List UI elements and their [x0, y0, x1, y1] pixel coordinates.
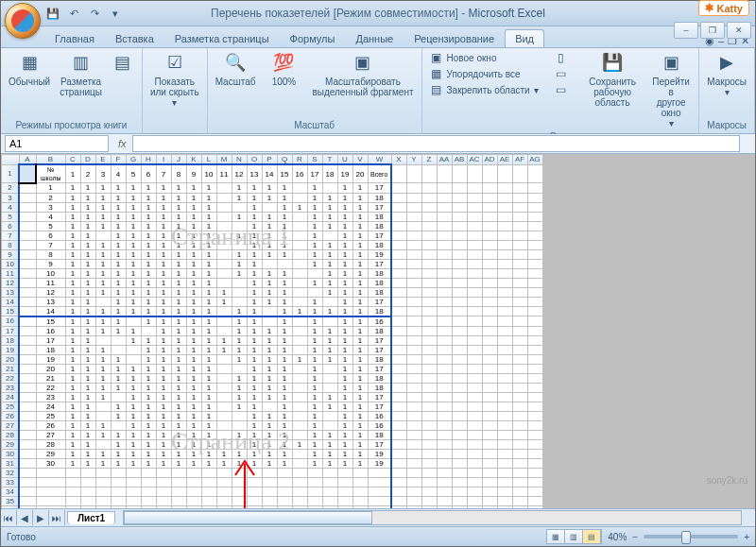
row-header[interactable]: 36: [2, 505, 20, 508]
row-header[interactable]: 12: [2, 278, 20, 287]
row-header[interactable]: 6: [2, 221, 20, 231]
undo-icon[interactable]: ↶: [65, 5, 82, 22]
doc-minimize-button[interactable]: –: [674, 22, 698, 39]
qat-dropdown-icon[interactable]: ▾: [107, 5, 124, 22]
page-break-view-icon[interactable]: ▤: [583, 530, 601, 543]
col-header[interactable]: W: [368, 155, 391, 165]
page-layout-button[interactable]: ▥Разметка страницы: [56, 50, 106, 99]
normal-view-button[interactable]: ▦Обычный: [5, 50, 54, 89]
row-header[interactable]: 33: [2, 477, 20, 487]
tab-page-layout[interactable]: Разметка страницы: [164, 29, 280, 47]
col-header[interactable]: AD: [482, 155, 497, 165]
row-header[interactable]: 2: [2, 183, 20, 194]
sheet-tab-1[interactable]: Лист1: [67, 511, 115, 524]
row-header[interactable]: 7: [2, 231, 20, 240]
freeze-panes-button[interactable]: ▤Закрепить области ▾: [426, 82, 542, 97]
tab-review[interactable]: Рецензирование: [404, 29, 505, 47]
zoom-slider-thumb[interactable]: [681, 531, 691, 544]
first-sheet-button[interactable]: ⏮: [1, 510, 17, 525]
col-header[interactable]: Z: [421, 155, 437, 165]
row-header[interactable]: 22: [2, 373, 20, 383]
zoom-button[interactable]: 🔍Масштаб: [212, 50, 260, 89]
row-header[interactable]: 26: [2, 411, 20, 420]
horizontal-scrollbar[interactable]: [123, 510, 742, 525]
col-header[interactable]: V: [352, 155, 368, 165]
row-header[interactable]: 15: [2, 306, 20, 316]
last-sheet-button[interactable]: ⏭: [49, 510, 65, 525]
formula-input[interactable]: [132, 135, 740, 152]
col-header[interactable]: K: [186, 155, 201, 165]
col-header[interactable]: N: [232, 155, 247, 165]
show-hide-button[interactable]: ☑Показать или скрыть▾: [146, 50, 203, 110]
row-header[interactable]: 5: [2, 212, 20, 221]
row-header[interactable]: 14: [2, 297, 20, 306]
spreadsheet-grid[interactable]: ABCDEFGHIJKLMNOPQRSTUVWXYZAAABACADAEAFAG…: [1, 154, 543, 508]
row-header[interactable]: 13: [2, 287, 20, 297]
row-header[interactable]: 30: [2, 449, 20, 458]
col-header[interactable]: Y: [406, 155, 421, 165]
col-header[interactable]: AB: [452, 155, 467, 165]
row-header[interactable]: 34: [2, 487, 20, 496]
select-all-corner[interactable]: [2, 155, 20, 165]
col-header[interactable]: A: [19, 155, 36, 165]
name-box[interactable]: A1: [5, 135, 109, 152]
col-header[interactable]: P: [262, 155, 277, 165]
row-header[interactable]: 17: [2, 326, 20, 335]
col-header[interactable]: S: [307, 155, 322, 165]
hide-button[interactable]: ▭: [550, 66, 571, 81]
col-header[interactable]: AA: [437, 155, 452, 165]
switch-windows-button[interactable]: ▣Перейти в другое окно▾: [647, 50, 695, 130]
col-header[interactable]: E: [95, 155, 111, 165]
row-header[interactable]: 8: [2, 240, 20, 249]
arrange-all-button[interactable]: ▦Упорядочить все: [426, 66, 542, 81]
row-header[interactable]: 23: [2, 383, 20, 392]
row-header[interactable]: 29: [2, 439, 20, 449]
zoom-in-button[interactable]: +: [744, 532, 749, 542]
col-header[interactable]: U: [337, 155, 352, 165]
col-header[interactable]: D: [80, 155, 95, 165]
col-header[interactable]: F: [111, 155, 126, 165]
col-header[interactable]: J: [171, 155, 186, 165]
col-header[interactable]: AC: [467, 155, 482, 165]
redo-icon[interactable]: ↷: [86, 5, 103, 22]
row-header[interactable]: 21: [2, 364, 20, 373]
row-header[interactable]: 10: [2, 259, 20, 268]
worksheet-area[interactable]: ABCDEFGHIJKLMNOPQRSTUVWXYZAAABACADAEAFAG…: [1, 154, 755, 508]
zoom-selection-button[interactable]: ▣Масштабировать выделенный фрагмент: [308, 50, 417, 99]
row-header[interactable]: 20: [2, 354, 20, 364]
col-header[interactable]: H: [141, 155, 156, 165]
col-header[interactable]: O: [247, 155, 262, 165]
row-header[interactable]: 4: [2, 202, 20, 212]
prev-sheet-button[interactable]: ◀: [17, 510, 33, 525]
next-sheet-button[interactable]: ▶: [33, 510, 49, 525]
row-header[interactable]: 3: [2, 193, 20, 202]
row-header[interactable]: 18: [2, 335, 20, 345]
cell[interactable]: [19, 164, 36, 183]
tab-data[interactable]: Данные: [345, 29, 404, 47]
col-header[interactable]: Q: [277, 155, 292, 165]
unhide-button[interactable]: ▭: [550, 82, 571, 97]
row-header[interactable]: 11: [2, 268, 20, 278]
col-header[interactable]: T: [322, 155, 337, 165]
col-header[interactable]: AG: [527, 155, 542, 165]
doc-close-button[interactable]: ✕: [727, 22, 751, 39]
macros-button[interactable]: ▶Макросы▾: [703, 50, 750, 99]
zoom-out-button[interactable]: −: [632, 532, 638, 542]
page-layout-view-icon[interactable]: ▥: [565, 530, 583, 543]
row-header[interactable]: 19: [2, 345, 20, 354]
tab-insert[interactable]: Вставка: [105, 29, 164, 47]
row-header[interactable]: 16: [2, 316, 20, 327]
doc-restore-button[interactable]: ❐: [700, 22, 725, 39]
fx-icon[interactable]: fx: [112, 138, 132, 149]
col-header[interactable]: C: [65, 155, 80, 165]
row-header[interactable]: 9: [2, 249, 20, 259]
tab-formulas[interactable]: Формулы: [280, 29, 346, 47]
page-break-preview-button[interactable]: ▤: [108, 50, 138, 78]
zoom-100-button[interactable]: 💯100%: [261, 50, 306, 89]
tab-view[interactable]: Вид: [505, 29, 544, 47]
normal-view-icon[interactable]: ▦: [547, 530, 565, 543]
row-header[interactable]: 31: [2, 458, 20, 468]
col-header[interactable]: AE: [497, 155, 512, 165]
row-header[interactable]: 28: [2, 430, 20, 439]
row-header[interactable]: 27: [2, 420, 20, 430]
